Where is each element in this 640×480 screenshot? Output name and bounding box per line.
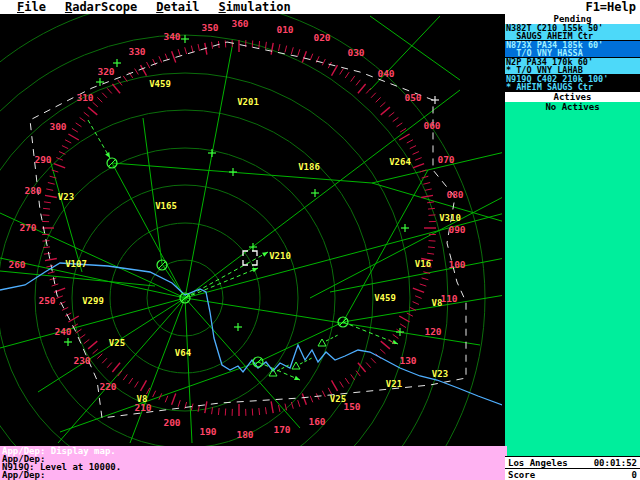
heading-label: 110: [440, 293, 457, 304]
heading-label: 090: [448, 224, 465, 235]
heading-label: 200: [163, 417, 180, 428]
airway-label: V299: [82, 296, 104, 306]
heading-label: 230: [73, 355, 90, 366]
heading-label: 010: [276, 24, 293, 35]
airway-label: V64: [175, 348, 192, 358]
status-line: App/Dep: Display map.: [2, 447, 507, 455]
airway-label: V459: [374, 293, 396, 303]
airway-label: V201: [237, 97, 259, 107]
heading-label: 060: [423, 120, 440, 131]
score-value: 0: [632, 470, 637, 480]
pending-strip[interactable]: N382T C210 155k 50' SAUGS AHEIM Ctr: [505, 24, 640, 40]
menu-item-detail[interactable]: Detail: [156, 0, 199, 14]
sim-clock: 00:01:52: [594, 458, 637, 468]
heading-label: 020: [313, 32, 330, 43]
airway-lines: [0, 16, 502, 443]
menu-bar: FileRadarScopeDetailSimulation F1=Help: [0, 0, 640, 15]
heading-label: 120: [424, 326, 441, 337]
actives-header: Actives: [505, 92, 640, 102]
heading-label: 210: [134, 402, 151, 413]
score-row: Score 0: [505, 469, 640, 480]
menu-item-radarscope[interactable]: RadarScope: [65, 0, 137, 14]
heading-label: 310: [76, 92, 93, 103]
heading-label: 180: [236, 429, 253, 440]
pending-strip[interactable]: N873X PA34 185k 60' T/O VNY HASSA: [505, 41, 640, 57]
pending-strip[interactable]: N2P PA34 170k 60'* T/O VNY LAHAB: [505, 58, 640, 74]
heading-label: 100: [448, 259, 465, 270]
status-message-area: App/Dep: Display map.App/Dep:N919Q: Leve…: [0, 446, 507, 480]
menu-items: FileRadarScopeDetailSimulation: [0, 0, 291, 14]
heading-label: 050: [404, 92, 421, 103]
heading-label: 290: [34, 154, 51, 165]
airway-label: V165: [155, 201, 177, 211]
airway-label: V25: [109, 338, 125, 348]
menu-item-simulation[interactable]: Simulation: [219, 0, 291, 14]
heading-label: 350: [201, 22, 218, 33]
airway-label: V16: [415, 259, 431, 269]
heading-label: 260: [8, 259, 25, 270]
range-rings: [0, 14, 485, 446]
score-label: Score: [508, 470, 535, 480]
heading-label: 190: [199, 426, 216, 437]
actives-empty: No Actives: [505, 102, 640, 113]
menu-help[interactable]: F1=Help: [585, 0, 640, 14]
heading-labels: 3600100200300400500600700800901001101201…: [8, 18, 465, 440]
heading-label: 270: [19, 222, 36, 233]
flight-strip-panel: Pending N382T C210 155k 50' SAUGS AHEIM …: [505, 14, 640, 456]
heading-label: 220: [99, 381, 116, 392]
facility-name: Los Angeles: [508, 458, 568, 468]
pending-list: N382T C210 155k 50' SAUGS AHEIM CtrN873X…: [505, 24, 640, 92]
airway-label: V186: [298, 162, 320, 172]
heading-label: 300: [49, 121, 66, 132]
radar-scope[interactable]: V459V201V186V264V165V210V310V16V107V23V2…: [0, 14, 502, 446]
airway-label: V23: [58, 192, 74, 202]
heading-label: 070: [437, 154, 454, 165]
airway-label: V21: [386, 379, 402, 389]
facility-row: Los Angeles 00:01:52: [505, 457, 640, 469]
heading-label: 040: [377, 68, 394, 79]
airway-label: V310: [439, 213, 461, 223]
airway-label: V459: [149, 79, 171, 89]
airway-label: V264: [389, 157, 411, 167]
tracon-window: FileRadarScopeDetailSimulation F1=Help V…: [0, 0, 640, 480]
status-line: App/Dep:: [2, 471, 507, 479]
heading-label: 160: [308, 416, 325, 427]
airway-label: V210: [269, 251, 291, 261]
heading-label: 030: [347, 47, 364, 58]
heading-label: 170: [273, 424, 290, 435]
heading-label: 080: [446, 189, 463, 200]
heading-label: 250: [38, 295, 55, 306]
panel-fill: [505, 113, 640, 456]
airport-symbol: [292, 362, 300, 369]
heading-label: 330: [128, 46, 145, 57]
menu-item-file[interactable]: File: [17, 0, 46, 14]
heading-label: 150: [343, 401, 360, 412]
heading-label: 240: [54, 326, 71, 337]
info-panel: Los Angeles 00:01:52 Score 0: [505, 456, 640, 480]
airport-symbol: [318, 339, 326, 346]
heading-label: 360: [231, 18, 248, 29]
vor-symbols: [107, 158, 348, 367]
airway-label: V23: [432, 369, 448, 379]
status-line: N919Q: Level at 10000.: [2, 463, 507, 471]
heading-label: 130: [399, 355, 416, 366]
pending-strip[interactable]: N919Q C402 210k 100'* AHEIM SAUGS Ctr: [505, 75, 640, 91]
heading-label: 280: [24, 185, 41, 196]
heading-label: 320: [97, 66, 114, 77]
heading-label: 340: [163, 31, 180, 42]
airway-label: V107: [65, 259, 87, 269]
